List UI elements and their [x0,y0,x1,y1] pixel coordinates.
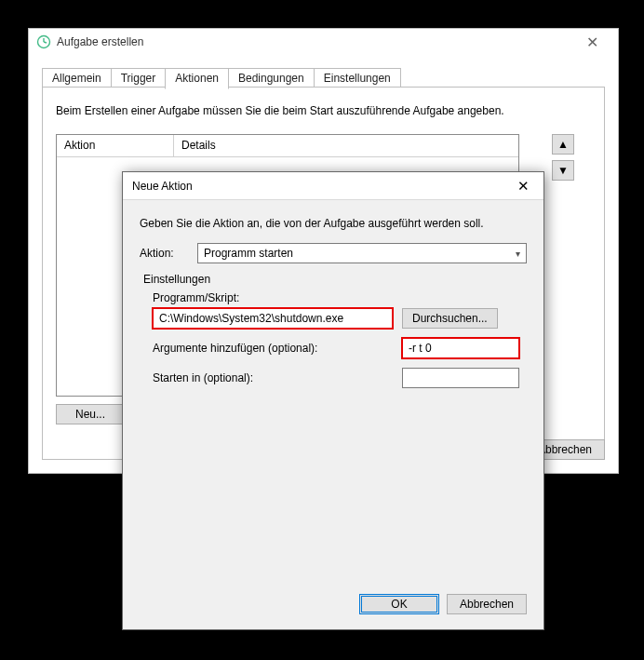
action-type-label: Aktion: [140,247,197,260]
child-title: Neue Aktion [132,180,503,193]
child-footer: OK Abbrechen [359,594,527,614]
browse-button[interactable]: Durchsuchen... [402,308,498,329]
settings-group-label: Einstellungen [143,273,527,286]
arguments-label: Argumente hinzufügen (optional): [153,342,393,355]
action-type-value: Programm starten [204,247,293,260]
close-icon: ✕ [586,34,598,51]
settings-group: Programm/Skript: Durchsuchen... Argument… [153,291,527,388]
child-cancel-button[interactable]: Abbrechen [447,594,527,614]
task-scheduler-icon [36,34,51,49]
child-close-button[interactable]: ✕ [503,173,543,199]
reorder-controls: ▲ ▼ [552,134,574,186]
move-down-button[interactable]: ▼ [552,160,574,181]
startin-label: Starten in (optional): [153,371,393,384]
child-body: Geben Sie die Aktion an, die von der Auf… [123,200,543,629]
new-action-dialog: Neue Aktion ✕ Geben Sie die Aktion an, d… [122,171,544,630]
chevron-down-icon: ▾ [516,249,520,259]
col-details-header[interactable]: Details [174,135,518,156]
startin-row: Starten in (optional): [153,368,527,388]
svg-line-2 [44,42,47,43]
parent-titlebar: Aufgabe erstellen ✕ [29,29,618,55]
tab-actions[interactable]: Aktionen [165,68,229,89]
program-script-input[interactable] [153,308,393,329]
parent-title: Aufgabe erstellen [57,35,573,48]
action-type-select[interactable]: Programm starten ▾ [197,243,527,263]
chevron-up-icon: ▲ [557,138,569,151]
actions-table-header: Aktion Details [57,135,518,157]
arguments-input[interactable] [402,338,519,358]
child-titlebar: Neue Aktion ✕ [123,172,543,200]
col-action-header[interactable]: Aktion [57,135,174,156]
parent-close-button[interactable]: ✕ [573,30,610,54]
chevron-down-icon: ▼ [557,164,569,177]
new-action-button[interactable]: Neu... [56,404,125,424]
child-ok-button[interactable]: OK [359,594,439,614]
move-up-button[interactable]: ▲ [552,134,574,155]
close-icon: ✕ [517,178,530,195]
startin-input[interactable] [402,368,519,388]
child-instruction: Geben Sie die Aktion an, die von der Auf… [140,217,527,230]
program-row: Durchsuchen... [153,308,527,329]
arguments-row: Argumente hinzufügen (optional): [153,338,527,358]
action-type-row: Aktion: Programm starten ▾ [140,243,527,263]
program-label: Programm/Skript: [153,291,527,304]
actions-instruction: Beim Erstellen einer Aufgabe müssen Sie … [56,104,504,117]
